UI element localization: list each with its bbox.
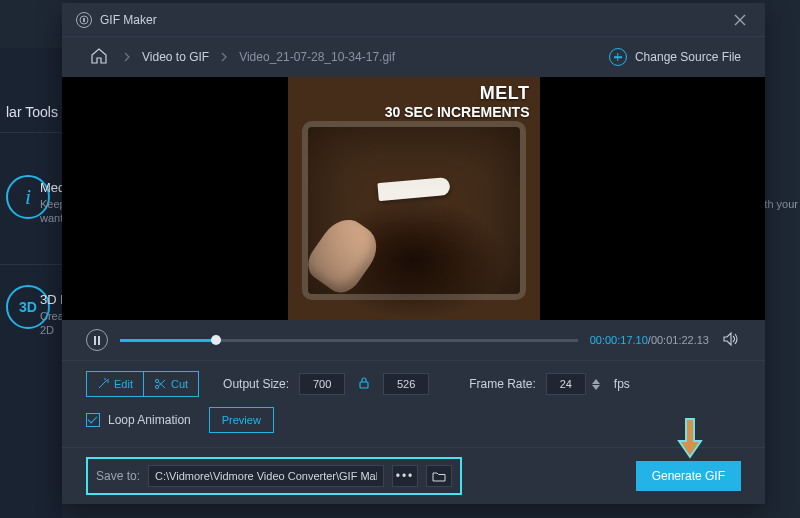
- svg-rect-4: [360, 382, 368, 388]
- lock-icon: [359, 377, 369, 389]
- titlebar: GIF Maker: [62, 3, 765, 37]
- close-button[interactable]: [729, 9, 751, 31]
- frame-rate-label: Frame Rate:: [469, 377, 536, 391]
- spinner-up[interactable]: [592, 379, 600, 384]
- seek-thumb[interactable]: [211, 335, 221, 345]
- seek-slider[interactable]: [120, 339, 578, 342]
- controls-row-1: Edit Cut Output Size: Frame Rate: fps: [62, 361, 765, 403]
- output-width-input[interactable]: [299, 373, 345, 395]
- more-path-button[interactable]: •••: [392, 465, 418, 487]
- generate-gif-button[interactable]: Generate GIF: [636, 461, 741, 491]
- checkbox-icon: [86, 413, 100, 427]
- plus-circle-icon: [609, 48, 627, 66]
- video-overlay-text: MELT 30 SEC INCREMENTS: [385, 83, 530, 120]
- home-button[interactable]: [86, 46, 112, 69]
- breadcrumb-row: Video to GIF Video_21-07-28_10-34-17.gif…: [62, 37, 765, 77]
- output-height-input[interactable]: [383, 373, 429, 395]
- callout-arrow-icon: [677, 417, 703, 459]
- svg-point-3: [155, 385, 158, 388]
- chevron-right-icon: [124, 52, 130, 62]
- loop-animation-toggle[interactable]: Loop Animation: [86, 413, 191, 427]
- svg-rect-1: [83, 18, 85, 22]
- window-title: GIF Maker: [100, 13, 157, 27]
- breadcrumb-root[interactable]: Video to GIF: [142, 50, 209, 64]
- video-preview[interactable]: MELT 30 SEC INCREMENTS: [62, 77, 765, 320]
- bottom-bar: Save to: ••• Generate GIF: [62, 448, 765, 504]
- save-path-input[interactable]: [148, 465, 384, 487]
- video-frame: MELT 30 SEC INCREMENTS: [288, 77, 540, 320]
- frame-rate-spinner: [592, 379, 600, 390]
- cut-button[interactable]: Cut: [144, 371, 199, 397]
- open-folder-button[interactable]: [426, 465, 452, 487]
- lock-aspect-toggle[interactable]: [359, 377, 369, 392]
- save-to-label: Save to:: [96, 469, 140, 483]
- preview-button[interactable]: Preview: [209, 407, 274, 433]
- magic-wand-icon: [97, 378, 109, 390]
- chevron-right-icon: [221, 52, 227, 62]
- controls-row-2: Loop Animation Preview: [62, 403, 765, 447]
- save-to-group: Save to: •••: [86, 457, 462, 495]
- current-time: 00:00:17.10: [590, 334, 648, 346]
- ellipsis-icon: •••: [396, 469, 415, 483]
- output-size-label: Output Size:: [223, 377, 289, 391]
- scissors-icon: [154, 378, 166, 390]
- spinner-down[interactable]: [592, 385, 600, 390]
- time-display: 00:00:17.10/00:01:22.13: [590, 334, 709, 346]
- pause-button[interactable]: [86, 329, 108, 351]
- gif-maker-modal: GIF Maker Video to GIF Video_21-07-28_10…: [62, 3, 765, 504]
- folder-icon: [432, 471, 446, 482]
- playback-bar: 00:00:17.10/00:01:22.13: [62, 320, 765, 360]
- svg-point-2: [155, 379, 158, 382]
- total-time: 00:01:22.13: [651, 334, 709, 346]
- change-source-label: Change Source File: [635, 50, 741, 64]
- background-heading: lar Tools: [6, 104, 58, 120]
- edit-button[interactable]: Edit: [86, 371, 144, 397]
- frame-rate-input[interactable]: [546, 373, 586, 395]
- breadcrumb-current: Video_21-07-28_10-34-17.gif: [239, 50, 395, 64]
- app-icon: [76, 12, 92, 28]
- fps-unit: fps: [614, 377, 630, 391]
- volume-button[interactable]: [721, 330, 741, 351]
- change-source-button[interactable]: Change Source File: [609, 48, 741, 66]
